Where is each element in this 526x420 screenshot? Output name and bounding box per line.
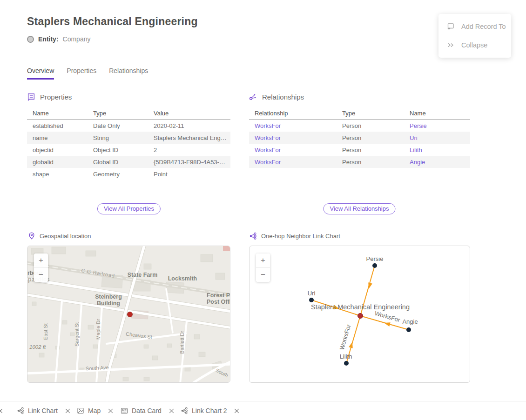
view-tab-link-chart-2[interactable]: Link Chart 2 [181, 401, 239, 420]
relationship-link[interactable]: WorksFor [249, 122, 337, 129]
collapse-label: Collapse [461, 41, 487, 49]
column-header: Name [404, 110, 470, 117]
table-row[interactable]: shape Geometry Point [27, 168, 230, 180]
street-label: Sargent St [74, 322, 80, 347]
map-zoom-in-button[interactable]: + [34, 253, 48, 267]
related-entity-link[interactable]: Persie [404, 122, 470, 129]
node-label: Persie [366, 255, 384, 262]
close-icon[interactable] [108, 408, 113, 413]
relationships-section-header: Relationships [249, 93, 304, 101]
map-zoom-out-button[interactable]: − [34, 267, 48, 282]
table-row[interactable]: WorksFor Person Persie [249, 120, 470, 132]
map-label: Forest Par [207, 292, 230, 299]
map-icon [77, 407, 84, 414]
relationships-table-header: Relationship Type Name [249, 107, 470, 120]
property-value: {5D9B4713-F98D-4A53-… [148, 159, 230, 166]
properties-table-header: Name Type Value [27, 107, 230, 120]
map-zoom-control: + − [34, 253, 48, 282]
related-entity-link[interactable]: Angie [404, 159, 470, 166]
geospatial-section-header: Geospatial location [28, 232, 91, 240]
property-name: established [27, 122, 88, 129]
related-entity-link[interactable]: Uri [404, 134, 470, 141]
node-angie[interactable] [406, 327, 411, 332]
property-type: Object ID [88, 147, 148, 153]
column-header: Name [27, 110, 88, 117]
node-label: Uri [308, 290, 316, 297]
entity-type-icon [27, 36, 34, 43]
view-tab-link-chart[interactable]: Link Chart [17, 401, 70, 420]
relationship-link[interactable]: WorksFor [249, 147, 337, 153]
column-header: Relationship [249, 110, 337, 117]
table-row[interactable]: globalid Global ID {5D9B4713-F98D-4A53-… [27, 156, 230, 168]
link-chart-zoom-in-button[interactable]: + [256, 253, 270, 267]
close-icon[interactable] [65, 408, 70, 413]
table-row[interactable]: name String Staplers Mechanical Eng… [27, 132, 230, 144]
property-type: String [88, 134, 148, 141]
property-name: globalid [27, 159, 88, 166]
relationships-table: Relationship Type Name WorksFor Person P… [249, 107, 470, 168]
link-chart-zoom-out-button[interactable]: − [256, 267, 270, 282]
map-label: Post Offic [207, 299, 230, 305]
table-row[interactable]: WorksFor Person Angie [249, 156, 470, 168]
property-name: shape [27, 171, 88, 178]
view-all-properties-button[interactable]: View All Properties [97, 203, 161, 214]
view-tab-map[interactable]: Map [77, 401, 113, 420]
node-center-entity[interactable] [358, 313, 363, 319]
close-icon[interactable] [0, 401, 3, 420]
tab-overview[interactable]: Overview [27, 67, 54, 80]
view-tab-label: Map [88, 407, 101, 414]
add-record-icon [446, 22, 455, 31]
tab-relationships[interactable]: Relationships [109, 67, 148, 80]
column-header: Type [88, 110, 148, 117]
close-icon[interactable] [169, 408, 174, 413]
view-tab-label: Data Card [132, 407, 162, 414]
property-type: Global ID [88, 159, 148, 166]
node-lilith[interactable] [344, 361, 349, 366]
property-value: 2 [148, 147, 230, 153]
table-row[interactable]: WorksFor Person Uri [249, 132, 470, 144]
edge-label: WorksFor [374, 310, 401, 324]
card-actions-menu: Add Record To Collapse [438, 14, 511, 58]
relationship-type: Person [337, 147, 404, 153]
street-label: Maple Dr [95, 319, 101, 340]
property-type: Geometry [88, 171, 148, 178]
close-icon[interactable] [234, 408, 239, 413]
card-tabs: Overview Properties Relationships [27, 67, 148, 80]
map-label: Locksmith [168, 275, 197, 282]
street-label: Bartlett Dr [179, 331, 185, 354]
geospatial-section-title: Geospatial location [40, 233, 91, 240]
relationship-link[interactable]: WorksFor [249, 159, 337, 166]
properties-section-header: Properties [27, 93, 72, 101]
related-entity-link[interactable]: Lilith [404, 147, 470, 153]
table-row[interactable]: objectid Object ID 2 [27, 144, 230, 156]
page-title: Staplers Mechanical Engineering [27, 15, 198, 28]
link-chart-nodes[interactable] [309, 263, 411, 366]
map-canvas[interactable]: rbour paedics C G Railroad State Farm Lo… [27, 246, 230, 382]
map-pin-icon [28, 232, 35, 240]
view-all-relationships-button[interactable]: View All Relationships [324, 203, 396, 214]
entity-label: Entity: [38, 35, 59, 43]
table-row[interactable]: established Date Only 2020-02-11 [27, 120, 230, 132]
link-chart-canvas[interactable]: WorksFor WorksFor Persie Uri Angie Lilit… [250, 246, 470, 382]
node-uri[interactable] [309, 298, 314, 302]
relationship-link[interactable]: WorksFor [249, 134, 337, 141]
node-label: Lilith [340, 353, 352, 360]
table-row[interactable]: WorksFor Person Lilith [249, 144, 470, 156]
map-hatched-area [223, 246, 230, 251]
add-record-to-menu-item[interactable]: Add Record To [438, 17, 511, 36]
map-label: Building [97, 300, 120, 307]
geospatial-map-panel: rbour paedics C G Railroad State Farm Lo… [27, 246, 230, 383]
view-tab-data-card[interactable]: Data Card [121, 401, 174, 420]
street-label: East St [43, 323, 48, 340]
link-chart-zoom-control: + − [256, 253, 270, 282]
entity-location-marker[interactable] [128, 312, 133, 317]
data-card-page: Staplers Mechanical Engineering Entity: … [0, 0, 526, 420]
property-name: objectid [27, 147, 88, 153]
node-persie[interactable] [372, 263, 377, 268]
map-label: Steinberg [95, 293, 122, 300]
tab-properties[interactable]: Properties [67, 67, 96, 80]
collapse-menu-item[interactable]: Collapse [438, 36, 511, 54]
relationship-type: Person [337, 134, 404, 141]
link-chart-panel: WorksFor WorksFor Persie Uri Angie Lilit… [249, 246, 470, 383]
column-header: Type [337, 110, 404, 117]
